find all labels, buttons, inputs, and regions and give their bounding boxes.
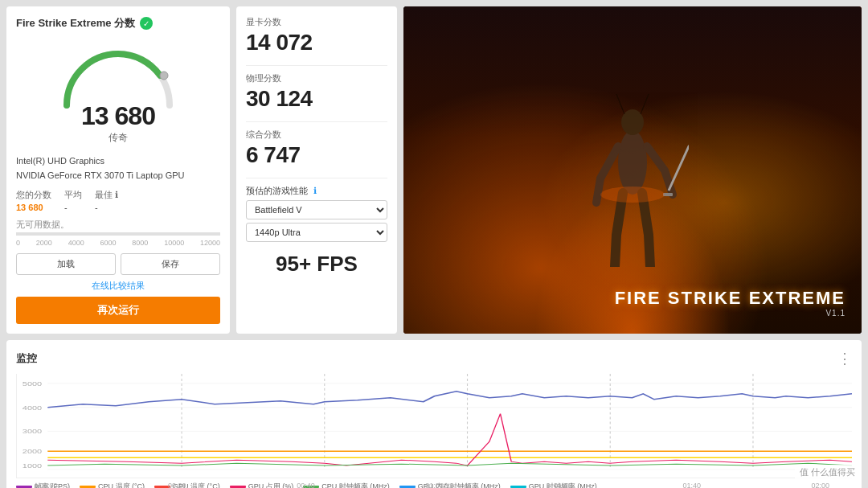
combined-score-value: 6 747	[246, 142, 387, 168]
action-buttons: 加载 保存	[16, 253, 220, 275]
monitor-section: 监控 ⋮ 5000 4000 3000 2000 1000	[6, 340, 862, 488]
range-labels: 0 2000 4000 6000 8000 10000 12000	[16, 239, 220, 247]
save-button[interactable]: 保存	[121, 253, 220, 275]
svg-text:4000: 4000	[23, 404, 42, 411]
svg-text:5000: 5000	[23, 380, 42, 388]
gpu-score-block: 显卡分数 14 072	[246, 16, 387, 55]
main-score: 13 680	[81, 101, 155, 131]
best-val: -	[95, 203, 118, 212]
best-label: 最佳 ℹ	[95, 189, 118, 201]
score-col-yours: 您的分数 13 680	[16, 189, 51, 212]
combined-score-label: 综合分数	[246, 129, 387, 141]
gpu-score-label: 显卡分数	[246, 16, 387, 28]
gpu2-label: NVIDIA GeForce RTX 3070 Ti Laptop GPU	[16, 169, 220, 183]
divider-2	[246, 121, 387, 122]
svg-text:2000: 2000	[23, 448, 42, 455]
game-background: FIRE STRIKE EXTREME V1.1	[403, 6, 862, 334]
physics-score-block: 物理分数 30 124	[246, 72, 387, 112]
divider-1	[246, 65, 387, 66]
check-icon: ✓	[140, 17, 153, 30]
svg-point-4	[600, 187, 665, 203]
svg-point-0	[160, 72, 168, 80]
fps-section: 预估的游戏性能 ℹ Battlefield V 1440p Ultra 95+ …	[246, 185, 387, 277]
top-section: Fire Strike Extreme 分数 ✓ 13 680 传奇 Intel…	[6, 6, 862, 334]
title-row: Fire Strike Extreme 分数 ✓	[16, 16, 220, 31]
score-col-best: 最佳 ℹ -	[95, 189, 118, 212]
watermark: 值 什么值得买	[795, 465, 860, 480]
compare-link[interactable]: 在线比较结果	[16, 280, 220, 292]
run-again-button[interactable]: 再次运行	[16, 297, 220, 324]
yours-label: 您的分数	[16, 189, 51, 201]
rank-label: 传奇	[108, 131, 128, 145]
svg-point-2	[621, 109, 644, 135]
fps-value: 95+ FPS	[246, 252, 387, 277]
gpu1-label: Intel(R) UHD Graphics	[16, 154, 220, 169]
score-col-avg: 平均 -	[64, 189, 82, 212]
chart-svg: 5000 4000 3000 2000 1000	[17, 374, 852, 478]
watermark-text: 值 什么值得买	[800, 467, 855, 477]
avg-label: 平均	[64, 189, 82, 201]
physics-score-label: 物理分数	[246, 72, 387, 84]
avg-val: -	[64, 203, 82, 212]
no-data-label: 无可用数据。	[16, 219, 220, 231]
gpu-info: Intel(R) UHD Graphics NVIDIA GeForce RTX…	[16, 154, 220, 182]
load-button[interactable]: 加载	[16, 253, 116, 275]
fps-section-label: 预估的游戏性能 ℹ	[246, 185, 387, 197]
benchmark-title: Fire Strike Extreme 分数	[16, 16, 135, 31]
svg-text:1000: 1000	[23, 462, 42, 470]
gpu-score-value: 14 072	[246, 30, 387, 55]
gauge-svg	[54, 37, 182, 109]
monitor-title: 监控	[16, 351, 37, 366]
game-title-overlay: FIRE STRIKE EXTREME V1.1	[615, 288, 845, 318]
combined-score-block: 综合分数 6 747	[246, 129, 387, 168]
more-icon[interactable]: ⋮	[837, 350, 852, 367]
time-labels: 00:00 00:20 00:40 01:00 01:20 01:40 02:0…	[17, 482, 852, 488]
gauge-container: 13 680 传奇	[16, 37, 220, 151]
physics-score-value: 30 124	[246, 86, 387, 112]
game-image-panel: FIRE STRIKE EXTREME V1.1	[403, 6, 862, 334]
range-bar	[16, 232, 220, 236]
score-table: 您的分数 13 680 平均 - 最佳 ℹ -	[16, 189, 220, 212]
character-svg	[576, 74, 689, 267]
fps-game-select[interactable]: Battlefield V	[246, 200, 387, 219]
fps-quality-select[interactable]: 1440p Ultra	[246, 223, 387, 242]
yours-val: 13 680	[16, 203, 51, 212]
fps-info-icon: ℹ	[313, 186, 317, 195]
chart-area: 5000 4000 3000 2000 1000	[16, 374, 852, 478]
svg-text:3000: 3000	[23, 428, 42, 435]
game-version: V1.1	[615, 309, 845, 318]
svg-point-1	[618, 130, 647, 195]
game-title-main: FIRE STRIKE EXTREME	[615, 288, 845, 309]
monitor-header: 监控 ⋮	[16, 350, 852, 367]
middle-panel: 显卡分数 14 072 物理分数 30 124 综合分数 6 747 预估的游戏…	[236, 6, 397, 334]
divider-3	[246, 178, 387, 178]
left-panel: Fire Strike Extreme 分数 ✓ 13 680 传奇 Intel…	[6, 6, 230, 334]
app-container: Fire Strike Extreme 分数 ✓ 13 680 传奇 Intel…	[0, 0, 868, 488]
